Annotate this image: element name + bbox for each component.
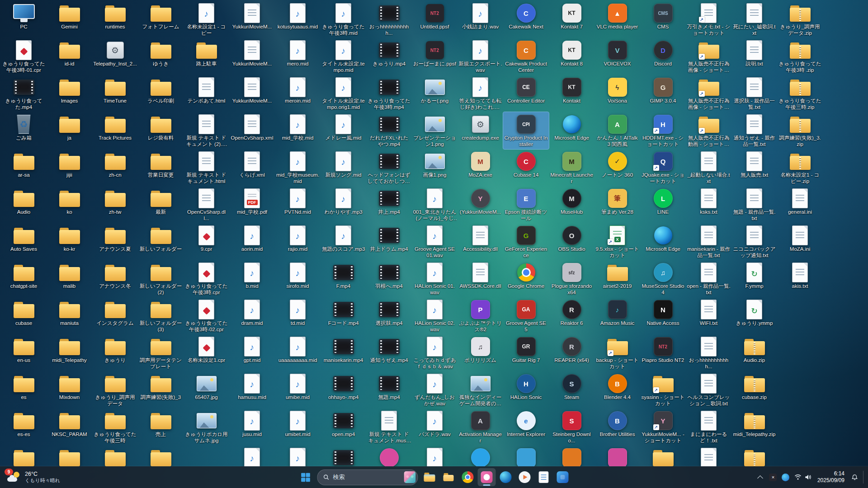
desktop-icon[interactable]: aorin.mid — [229, 223, 275, 260]
taskbar-app-ymm[interactable] — [478, 468, 496, 486]
desktop-icon[interactable]: 死にたい_嘘歌詞.txt — [731, 1, 777, 38]
desktop-icon[interactable]: 無題.mp4 — [366, 371, 412, 408]
desktop-icon[interactable]: きゅうり食ってた午後3時 .zip — [777, 38, 823, 75]
desktop-icon[interactable]: YukkuriMovieM... — [229, 38, 275, 75]
weather-widget[interactable]: 9 26°C くもり時々晴れ — [3, 468, 65, 486]
desktop-icon[interactable]: jusu.mid — [229, 408, 275, 446]
desktop-icon[interactable]: mero.mid — [275, 38, 321, 75]
desktop-icon[interactable] — [412, 446, 458, 466]
desktop-icon[interactable]: ↗無人販売不正行為動画 - ショートカット — [686, 112, 731, 149]
desktop-icon[interactable]: en-us — [1, 334, 47, 371]
desktop-icon[interactable]: Fコード.mp4 — [321, 297, 366, 334]
tray-app-button-1[interactable] — [767, 469, 779, 485]
desktop-icon[interactable]: 新しいフォルダー (2) — [138, 260, 184, 297]
desktop-icon[interactable]: きゅうり食ってた午後三時 — [92, 408, 138, 446]
desktop-icon[interactable]: DDiscord — [640, 38, 686, 75]
desktop-icon[interactable]: HALion Sonic 02.wav — [412, 297, 458, 334]
desktop-icon[interactable]: 新しいフォルダー (3) — [138, 297, 184, 334]
desktop-icon[interactable] — [549, 446, 594, 466]
desktop-icon[interactable]: フォトフレーム — [138, 1, 184, 38]
desktop-icon[interactable]: アナウンス冬 — [92, 260, 138, 297]
desktop-icon[interactable]: Microsoft Edge — [549, 112, 594, 149]
desktop-icon[interactable]: ラベル印刷 — [138, 75, 184, 112]
desktop-icon[interactable]: GAGroove Agent SE 5 — [503, 297, 549, 334]
desktop-icon[interactable]: メドレー風.mid — [321, 112, 366, 149]
desktop-icon[interactable]: CEController Editor — [503, 75, 549, 112]
desktop-icon[interactable]: MMinecraft Launcher — [549, 149, 594, 186]
desktop-icon[interactable]: KTKontakt — [549, 75, 594, 112]
desktop-icon[interactable]: Y↗YukkuriMovieM... - ショートカット — [640, 408, 686, 446]
desktop-icon[interactable]: ニコニコバックアップ通知.txt — [731, 223, 777, 260]
desktop-icon[interactable]: mid_学校museum.mid — [275, 149, 321, 186]
desktop-icon[interactable]: タイトル未設定.tempo.orig1.mid — [321, 75, 366, 112]
desktop-icon[interactable] — [1, 446, 47, 466]
desktop-icon[interactable]: ohhayo-.mp4 — [321, 371, 366, 408]
desktop-icon[interactable]: タイトル未設定.tempo.mid — [321, 38, 366, 75]
desktop-icon[interactable]: Aかんたん！AITalk 3 関西風 — [594, 112, 640, 149]
desktop-icon[interactable]: NKSC_PARAM — [47, 408, 92, 446]
desktop-icon[interactable]: umibe.mid — [275, 371, 321, 408]
desktop-icon[interactable] — [594, 446, 640, 466]
desktop-icon[interactable]: ずんだもん_しおかぜ.wav — [412, 371, 458, 408]
desktop-icon[interactable]: ↗backup - ショートカット — [594, 334, 640, 371]
desktop-icon[interactable]: ar-sa — [1, 149, 47, 186]
desktop-icon[interactable]: きゅうり食ってた午後3時.mid — [321, 1, 366, 38]
desktop-icon[interactable]: 画像1.png — [412, 149, 458, 186]
desktop-icon[interactable]: 営業日変更 — [138, 149, 184, 186]
desktop-icon[interactable]: GGeForce Experience — [503, 223, 549, 260]
desktop-icon[interactable]: ko — [47, 186, 92, 223]
desktop-icon[interactable]: F.ymmp — [731, 260, 777, 297]
desktop-icon[interactable]: runtimes — [92, 1, 138, 38]
desktop-icon[interactable]: eInternet Explorer — [503, 408, 549, 446]
desktop-icon[interactable]: gpt.mid — [229, 334, 275, 371]
desktop-icon[interactable]: 001_東北きりたん(ノーマル)_今じゃ... — [412, 186, 458, 223]
desktop-icon[interactable]: 最新 — [138, 186, 184, 223]
desktop-icon[interactable]: こってゐｈｄずあｆｄｓｂ＆.wav — [412, 334, 458, 371]
desktop-icon[interactable]: meroin.mid — [275, 75, 321, 112]
desktop-icon[interactable]: malib — [47, 260, 92, 297]
desktop-icon[interactable]: 新規 テキスト ドキュメント (2).html — [184, 112, 229, 149]
desktop-icon[interactable]: ♪Amazon Music — [594, 297, 640, 334]
desktop-icon[interactable]: Pぷよぷよ™テトリス®2 — [458, 297, 503, 334]
desktop-icon[interactable]: rajio.mid — [275, 223, 321, 260]
desktop-icon[interactable] — [686, 446, 731, 466]
desktop-icon[interactable]: 孤独なインディーゲーム開発者の一生... — [458, 371, 503, 408]
desktop-icon[interactable]: TimeTune — [92, 75, 138, 112]
desktop-icon[interactable]: OpenCvSharp.dll... — [184, 186, 229, 223]
desktop-icon[interactable]: 名称未設定1 - コピー.zip — [777, 149, 823, 186]
desktop-icon[interactable]: Auto Saves — [1, 223, 47, 260]
desktop-icon[interactable]: open.mp4 — [321, 408, 366, 446]
desktop-icon[interactable]: jijii — [47, 149, 92, 186]
desktop-icon[interactable] — [92, 446, 138, 466]
desktop-icon[interactable]: だれだFXいれたやつ.mp4 — [366, 112, 412, 149]
desktop-icon[interactable]: CCubase 14 — [503, 149, 549, 186]
taskbar-app-file-explorer[interactable] — [421, 468, 439, 486]
desktop-icon[interactable]: きゅうり.mp4 — [366, 38, 412, 75]
desktop-icon[interactable]: きゅうり — [92, 334, 138, 371]
desktop-icon[interactable]: 名称未設定1 - コピー — [184, 1, 229, 38]
desktop-icon[interactable]: きゅうり_調声用データ — [92, 371, 138, 408]
desktop-icon[interactable]: KTKontakt 7 — [549, 1, 594, 38]
desktop-icon[interactable]: Track Pictures — [92, 112, 138, 149]
desktop-icon[interactable]: きゅうりボカロ用サムネ.jpg — [184, 408, 229, 446]
desktop-icon[interactable]: KTKontakt 8 — [549, 38, 594, 75]
desktop-icon[interactable]: 羽根へ.mp4 — [366, 260, 412, 297]
desktop-icon[interactable]: manisekarin.mp4 — [321, 334, 366, 371]
desktop-icon[interactable]: BBrother Utilities — [594, 408, 640, 446]
desktop-icon[interactable]: dram.mid — [229, 297, 275, 334]
desktop-icon[interactable]: インスタグラム — [92, 297, 138, 334]
desktop-icon[interactable]: 名称未設定1.cpr — [184, 334, 229, 371]
desktop-icon[interactable]: maniuta — [47, 297, 92, 334]
network-volume-button[interactable] — [793, 469, 813, 485]
desktop-icon[interactable]: ksks.txt — [686, 186, 731, 223]
desktop-icon[interactable]: ↗無人販売不正行為画像 - ショートカッ... — [686, 38, 731, 75]
desktop-icon[interactable]: 売上 — [138, 408, 184, 446]
desktop-icon[interactable]: hamusu.mid — [229, 371, 275, 408]
desktop-icon[interactable]: YukkuriMovieM... — [229, 1, 275, 38]
desktop-icon[interactable]: cubase — [1, 297, 47, 334]
desktop-icon[interactable]: MMuseHub — [549, 186, 594, 223]
desktop-icon[interactable]: chatgpt-site — [1, 260, 47, 297]
desktop-icon[interactable]: 調声練習(失敗)_3 — [138, 371, 184, 408]
desktop-icon[interactable]: パズドラ.wav — [412, 408, 458, 446]
desktop-icon[interactable]: ゆうき — [138, 38, 184, 75]
